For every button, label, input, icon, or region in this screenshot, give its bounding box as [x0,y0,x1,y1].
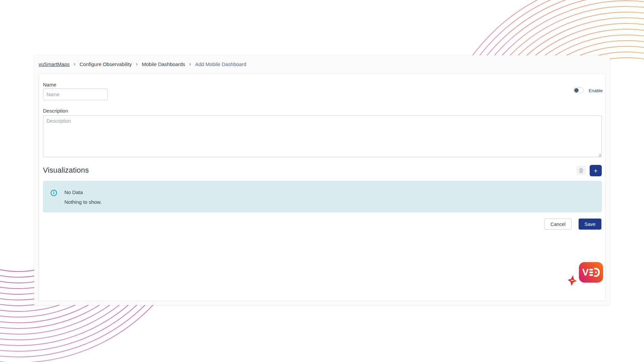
alert-message: Nothing to show. [64,199,102,205]
chevron-right-icon: › [74,61,76,67]
description-textarea[interactable] [43,115,602,157]
save-button[interactable]: Save [579,219,601,230]
info-icon: i [51,190,57,196]
breadcrumb-add-mobile-dashboard: Add Mobile Dashboard [195,61,247,67]
name-input[interactable] [43,88,108,100]
breadcrumb: vuSmartMaps › Configure Observability › … [39,55,246,73]
chevron-right-icon: › [189,61,191,67]
no-data-alert: i No Data Nothing to show. [43,181,602,212]
breadcrumb-vusmartmaps[interactable]: vuSmartMaps [39,61,70,67]
trash-icon [579,168,584,173]
main-panel: vuSmartMaps › Configure Observability › … [34,55,610,305]
dashboard-form-card: Name Enable Description Visualizations +… [39,73,606,301]
visualizations-title: Visualizations [43,166,89,175]
ved-logo-letter-v: V [582,267,588,278]
ved-assistant-button[interactable]: V [579,262,603,283]
ved-logo-letter-e [589,269,593,276]
chevron-right-icon: › [136,61,138,67]
sparkle-icon [567,275,577,286]
name-label: Name [43,82,56,87]
enable-toggle[interactable] [573,87,584,93]
delete-visualization-button[interactable] [576,166,586,175]
plus-icon: + [594,167,598,174]
description-label: Description [43,108,68,114]
breadcrumb-configure-observability[interactable]: Configure Observability [79,61,132,67]
add-visualization-button[interactable]: + [590,165,602,176]
toggle-knob [574,88,579,93]
breadcrumb-mobile-dashboards[interactable]: Mobile Dashboards [142,61,185,67]
alert-title: No Data [64,189,83,195]
cancel-button[interactable]: Cancel [544,219,572,230]
enable-label: Enable [589,88,603,93]
ved-logo-letter-d [594,268,600,277]
